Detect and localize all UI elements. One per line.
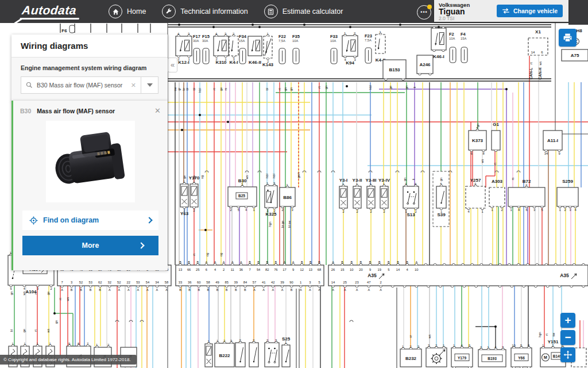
more-button[interactable]: More — [22, 236, 158, 255]
svg-text:B: B — [179, 260, 181, 264]
component-search-input[interactable]: B30 Mass air flow (MAF) sensor ✕ — [21, 76, 141, 94]
svg-text:5: 5 — [10, 287, 11, 290]
svg-text:X1: X1 — [535, 29, 541, 34]
component-code: B30 — [20, 108, 31, 114]
svg-text:B: B — [275, 260, 277, 264]
svg-text:2: 2 — [383, 210, 385, 213]
svg-text:F17: F17 — [193, 34, 200, 39]
svg-text:1: 1 — [49, 342, 51, 346]
svg-text:12: 12 — [300, 268, 304, 271]
svg-text:3: 3 — [225, 32, 226, 36]
svg-text:A: A — [146, 288, 149, 292]
svg-text:B: B — [378, 260, 381, 264]
zoom-out-button[interactable]: − — [560, 330, 575, 345]
svg-text:1: 1 — [402, 345, 404, 348]
svg-text:2: 2 — [233, 32, 234, 36]
svg-text:1: 1 — [383, 182, 385, 186]
pan-button[interactable] — [560, 347, 575, 362]
find-on-diagram-label: Find on diagram — [43, 216, 142, 224]
change-vehicle-button[interactable]: Change vehicle — [497, 5, 563, 17]
svg-text:rt: rt — [212, 88, 216, 90]
svg-text:1: 1 — [491, 208, 493, 212]
svg-text:3: 3 — [233, 57, 234, 61]
svg-text:A: A — [253, 288, 256, 292]
svg-text:3: 3 — [474, 182, 476, 186]
svg-text:K46-I: K46-I — [433, 54, 444, 59]
svg-text:hbl: hbl — [369, 85, 372, 89]
svg-text:hbl: hbl — [272, 174, 276, 178]
svg-text:10: 10 — [350, 268, 353, 271]
svg-text:2: 2 — [409, 345, 411, 348]
svg-text:A: A — [61, 288, 63, 292]
svg-text:82: 82 — [265, 268, 269, 271]
svg-text:3: 3 — [405, 182, 407, 186]
svg-text:G1: G1 — [493, 122, 499, 127]
svg-text:2: 2 — [342, 210, 344, 213]
svg-text:or: or — [409, 335, 412, 338]
svg-text:2: 2 — [223, 339, 225, 343]
maf-sensor-image — [51, 124, 131, 199]
svg-text:39: 39 — [234, 281, 238, 284]
close-icon[interactable]: ✕ — [154, 106, 161, 115]
svg-text:1: 1 — [559, 208, 560, 212]
svg-text:B: B — [196, 260, 199, 264]
svg-text:7,5A: 7,5A — [278, 39, 285, 43]
svg-text:B: B — [310, 260, 312, 264]
svg-text:S13: S13 — [407, 212, 415, 217]
svg-text:ws: ws — [539, 61, 542, 66]
svg-text:11: 11 — [231, 268, 234, 271]
autodata-logo[interactable]: Autodata — [20, 3, 81, 20]
svg-text:6: 6 — [525, 208, 527, 212]
svg-text:A35: A35 — [560, 273, 569, 278]
svg-text:1: 1 — [453, 344, 455, 347]
svg-text:B: B — [301, 260, 303, 264]
svg-text:B86: B86 — [283, 195, 292, 200]
diagram-component-K325 — [265, 186, 277, 208]
svg-text:34: 34 — [155, 281, 159, 284]
search-dropdown-button[interactable] — [141, 76, 158, 94]
svg-text:76: 76 — [274, 268, 277, 271]
svg-text:B: B — [369, 260, 372, 264]
svg-text:1: 1 — [183, 180, 185, 183]
nav-label: Home — [127, 7, 146, 16]
diagram-component-B72 — [508, 187, 545, 206]
svg-text:rs: rs — [224, 87, 227, 90]
diagram-component — [205, 344, 212, 367]
svg-text:br ge: br ge — [281, 221, 284, 228]
zoom-in-button[interactable]: + — [560, 313, 575, 328]
svg-text:15: 15 — [341, 268, 344, 271]
svg-text:A: A — [262, 288, 265, 292]
svg-text:33: 33 — [179, 281, 182, 284]
home-icon — [109, 5, 122, 18]
print-button[interactable] — [559, 29, 577, 47]
svg-text:39: 39 — [280, 281, 284, 284]
nav-item-technical-information[interactable]: Technical information — [162, 5, 247, 18]
clear-search-icon[interactable]: ✕ — [131, 82, 136, 89]
find-on-diagram-button[interactable]: Find on diagram — [22, 210, 158, 230]
svg-text:A: A — [137, 288, 140, 292]
svg-text:og: og — [219, 253, 223, 256]
svg-text:3: 3 — [275, 339, 277, 342]
nav-item-home[interactable]: Home — [109, 5, 146, 18]
svg-text:58: 58 — [165, 281, 168, 284]
svg-text:F2: F2 — [449, 32, 454, 37]
collapse-panel-button[interactable]: « — [168, 57, 177, 72]
svg-text:ws: ws — [22, 291, 26, 296]
svg-text:25: 25 — [196, 268, 199, 271]
svg-text:2: 2 — [525, 183, 527, 187]
more-options-button[interactable]: ••• — [417, 5, 431, 20]
svg-text:1: 1 — [370, 182, 372, 186]
svg-text:gn: gn — [55, 320, 58, 324]
diagram-component-Y3-II — [353, 186, 361, 208]
chevron-right-icon — [146, 217, 152, 223]
svg-text:A: A — [415, 260, 417, 264]
svg-text:7: 7 — [249, 268, 250, 271]
svg-text:rt: rt — [59, 298, 62, 300]
calculator-icon — [264, 5, 278, 18]
svg-text:2: 2 — [356, 210, 358, 213]
svg-text:57: 57 — [253, 281, 256, 284]
svg-text:B: B — [257, 260, 260, 264]
panel-body: Engine management system wiring diagram … — [11, 57, 168, 102]
svg-text:B153: B153 — [389, 67, 400, 72]
nav-item-estimate-calculator[interactable]: Estimate calculator — [264, 5, 343, 18]
